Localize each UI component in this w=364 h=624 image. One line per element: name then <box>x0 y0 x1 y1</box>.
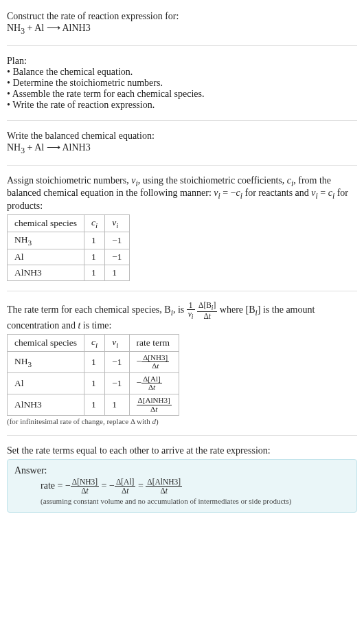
cell-species: NH3 <box>8 351 84 372</box>
neg-sign: − <box>109 480 115 491</box>
separator <box>7 45 357 46</box>
assign-text: Assign stoichiometric numbers, νi, using… <box>7 175 357 212</box>
cell-ci: 1 <box>84 394 105 416</box>
balanced-section: Write the balanced chemical equation: NH… <box>7 125 357 161</box>
prompt-equation: NH3 + Al ⟶ AlNH3 <box>7 22 357 36</box>
prompt-section: Construct the rate of reaction expressio… <box>7 5 357 41</box>
table-row: Al 1 −1 −Δ[Al]Δt <box>8 372 179 394</box>
neg-sign: − <box>65 480 71 491</box>
fraction: Δ[Bi]Δt <box>197 301 217 320</box>
cell-rate: −Δ[NH3]Δt <box>129 351 179 372</box>
table-row: Al 1 −1 <box>8 249 130 265</box>
cell-ci: 1 <box>84 265 105 280</box>
balanced-heading: Write the balanced chemical equation: <box>7 131 357 142</box>
plan-section: Plan: • Balance the chemical equation. •… <box>7 50 357 116</box>
fraction: Δ[Al]Δt <box>141 375 162 392</box>
cell-species: AlNH3 <box>8 394 84 416</box>
answer-note: (assuming constant volume and no accumul… <box>41 497 350 505</box>
plan-heading: Plan: <box>7 56 357 67</box>
col-vi: νi <box>105 334 129 351</box>
plan-item: • Determine the stoichiometric numbers. <box>7 78 357 89</box>
cell-species: Al <box>8 372 84 394</box>
cell-ci: 1 <box>84 351 105 372</box>
txt: where [B <box>220 304 255 315</box>
cell-rate: Δ[AlNH3]Δt <box>129 394 179 416</box>
cell-species: Al <box>8 249 84 265</box>
col-species: chemical species <box>8 215 84 232</box>
fraction: Δ[Al]Δt <box>115 478 135 495</box>
fraction: 1νi <box>187 301 195 320</box>
rateterm-text: The rate term for each chemical species,… <box>7 301 357 331</box>
cell-vi: −1 <box>105 249 129 265</box>
col-rate: rate term <box>129 334 179 351</box>
separator <box>7 435 357 436</box>
col-ci: ci <box>84 334 105 351</box>
separator <box>7 291 357 291</box>
answer-box: Answer: rate = −Δ[NH3]Δt = −Δ[Al]Δt = Δ[… <box>7 459 357 513</box>
plan-item: • Write the rate of reaction expression. <box>7 100 357 111</box>
rateterm-section: The rate term for each chemical species,… <box>7 296 357 432</box>
plan-item-text: Write the rate of reaction expression. <box>12 100 155 110</box>
col-vi: νi <box>105 215 129 232</box>
table-row: AlNH3 1 1 <box>8 265 130 280</box>
fraction: Δ[AlNH3]Δt <box>137 397 172 413</box>
answer-expression: rate = −Δ[NH3]Δt = −Δ[Al]Δt = Δ[AlNH3]Δt <box>41 478 350 495</box>
fraction: Δ[AlNH3]Δt <box>146 478 182 495</box>
rate-prefix: rate = <box>41 480 65 491</box>
setequal-text: Set the rate terms equal to each other t… <box>7 445 357 456</box>
table-header-row: chemical species ci νi <box>8 215 130 232</box>
table-row: AlNH3 1 1 Δ[AlNH3]Δt <box>8 394 179 416</box>
cell-species: AlNH3 <box>8 265 84 280</box>
table-row: NH3 1 −1 −Δ[NH3]Δt <box>8 351 179 372</box>
fraction: Δ[NH3]Δt <box>71 478 99 495</box>
cell-vi: 1 <box>105 394 129 416</box>
assign-section: Assign stoichiometric numbers, νi, using… <box>7 170 357 287</box>
cell-ci: 1 <box>84 232 105 249</box>
cell-ci: 1 <box>84 249 105 265</box>
cell-vi: −1 <box>105 372 129 394</box>
cell-rate: −Δ[Al]Δt <box>129 372 179 394</box>
cell-vi: 1 <box>105 265 129 280</box>
cell-species: NH3 <box>8 232 84 249</box>
plan-item: • Assemble the rate term for each chemic… <box>7 89 357 100</box>
answer-label: Answer: <box>14 465 350 476</box>
plan-item-text: Assemble the rate term for each chemical… <box>12 89 205 99</box>
table-row: NH3 1 −1 <box>8 232 130 249</box>
plan-item-text: Determine the stoichiometric numbers. <box>12 78 163 88</box>
rateterm-note: (for infinitesimal rate of change, repla… <box>7 417 357 425</box>
table-header-row: chemical species ci νi rate term <box>8 334 179 351</box>
balanced-equation: NH3 + Al ⟶ AlNH3 <box>7 142 357 155</box>
plan-item-text: Balance the chemical equation. <box>12 67 133 77</box>
col-ci: ci <box>84 215 105 232</box>
stoich-table: chemical species ci νi NH3 1 −1 Al 1 −1 … <box>7 214 130 280</box>
txt: is time: <box>80 320 111 331</box>
prompt-line1: Construct the rate of reaction expressio… <box>7 11 357 22</box>
fraction: Δ[NH3]Δt <box>141 354 169 370</box>
col-species: chemical species <box>8 334 84 351</box>
txt: The rate term for each chemical species,… <box>7 304 171 315</box>
neg-sign: − <box>137 377 142 388</box>
separator <box>7 165 357 166</box>
separator <box>7 120 357 121</box>
neg-sign: − <box>137 356 142 366</box>
txt: , is <box>173 304 187 315</box>
rateterm-table: chemical species ci νi rate term NH3 1 −… <box>7 334 179 416</box>
setequal-section: Set the rate terms equal to each other t… <box>7 440 357 518</box>
cell-vi: −1 <box>105 232 129 249</box>
cell-vi: −1 <box>105 351 129 372</box>
plan-item: • Balance the chemical equation. <box>7 67 357 78</box>
cell-ci: 1 <box>84 372 105 394</box>
